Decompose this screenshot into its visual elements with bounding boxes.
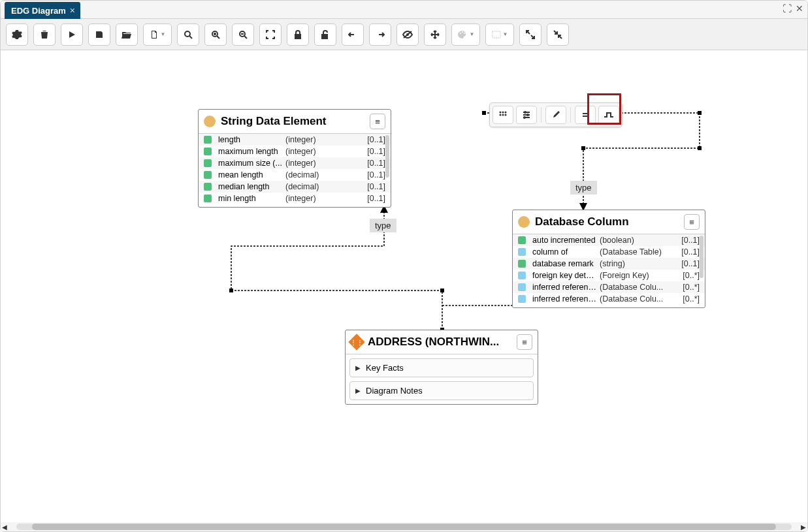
svg-rect-9	[698, 111, 702, 115]
entity-title: String Data Element	[221, 115, 327, 128]
edge-label-type-left[interactable]: type	[370, 219, 396, 232]
maximize-icon[interactable]: ⛶	[783, 3, 792, 14]
section-diagram-notes[interactable]: ▶Diagram Notes	[349, 381, 534, 400]
property-row[interactable]: maximum length(integer)[0..1]	[199, 146, 391, 157]
class-icon	[518, 216, 530, 228]
palette-button[interactable]: ▼	[451, 23, 480, 46]
svg-point-0	[185, 31, 190, 37]
diagram-window: EDG Diagram × ⛶ ✕ ▼ ▼ ▼	[0, 0, 808, 532]
svg-point-24	[523, 116, 526, 119]
property-row[interactable]: median length(decimal)[0..1]	[199, 181, 391, 193]
entity-menu-button[interactable]: ≡	[517, 334, 532, 350]
datatype-property-icon	[204, 171, 212, 179]
sliders-button[interactable]	[516, 106, 537, 124]
move-button[interactable]	[424, 23, 446, 46]
object-property-icon	[518, 283, 526, 291]
rows-scrollbar[interactable]	[385, 135, 389, 178]
object-property-icon	[518, 248, 526, 256]
property-row[interactable]: maximum size (...(integer)[0..1]	[199, 157, 391, 169]
class-icon	[204, 116, 216, 127]
canvas-viewport[interactable]: type type String Data Element ≡ length(i…	[1, 50, 807, 531]
entity-title: Database Column	[535, 215, 629, 228]
chevron-right-icon: ▶	[355, 364, 361, 371]
entity-rows: auto incremented(boolean)[0..1] column o…	[513, 234, 705, 307]
property-row[interactable]: min length(integer)[0..1]	[199, 193, 391, 204]
hide-button[interactable]	[396, 23, 419, 46]
instance-icon: ⋮⋮	[348, 334, 364, 350]
fit-button[interactable]	[259, 23, 282, 46]
export-button[interactable]: ▼	[143, 23, 172, 46]
svg-point-23	[526, 114, 529, 116]
zoom-in-button[interactable]	[204, 23, 227, 46]
object-property-icon	[518, 295, 526, 303]
entity-database-column[interactable]: Database Column ≡ auto incremented(boole…	[512, 210, 705, 308]
scroll-left-icon[interactable]: ◀	[1, 524, 8, 531]
property-row[interactable]: length(integer)[0..1]	[199, 134, 391, 146]
property-row[interactable]: inferred referenc...(Database Colu...[0.…	[513, 293, 705, 305]
svg-rect-12	[440, 289, 444, 292]
section-key-facts[interactable]: ▶Key Facts	[349, 358, 534, 377]
property-row[interactable]: auto incremented(boolean)[0..1]	[513, 234, 705, 246]
datatype-property-icon	[518, 260, 526, 268]
svg-point-17	[502, 112, 504, 114]
svg-point-5	[462, 31, 463, 33]
svg-point-16	[500, 112, 502, 114]
frame-button[interactable]: ▼	[485, 23, 514, 46]
svg-point-20	[502, 114, 504, 116]
grid-button[interactable]	[493, 106, 513, 124]
property-row[interactable]: column of(Database Table)[0..1]	[513, 246, 705, 258]
run-button[interactable]	[61, 23, 83, 46]
main-toolbar: ▼ ▼ ▼	[1, 19, 807, 50]
delete-button[interactable]	[33, 23, 56, 46]
entity-rows: length(integer)[0..1] maximum length(int…	[199, 134, 391, 207]
svg-point-22	[524, 111, 526, 114]
zoom-out-button[interactable]	[232, 23, 254, 46]
rows-scrollbar[interactable]	[700, 236, 703, 278]
horizontal-scrollbar[interactable]: ◀ ▶	[1, 522, 807, 531]
window-close-icon[interactable]: ✕	[796, 3, 803, 14]
edge-label-type-right[interactable]: type	[570, 181, 597, 195]
property-row[interactable]: mean length(decimal)[0..1]	[199, 169, 391, 181]
titlebar: EDG Diagram × ⛶ ✕	[1, 1, 807, 19]
entity-menu-button[interactable]: ≡	[370, 114, 385, 129]
brush-button[interactable]	[545, 106, 566, 124]
undo-button[interactable]	[342, 23, 364, 46]
svg-point-18	[505, 112, 507, 114]
expand-button[interactable]	[519, 23, 541, 46]
entity-title: ADDRESS (NORTHWIN...	[368, 336, 499, 349]
object-property-icon	[518, 272, 526, 279]
compress-button[interactable]	[547, 23, 569, 46]
property-row[interactable]: foreign key details(Foreign Key)[0..*]	[513, 270, 705, 281]
svg-rect-13	[229, 289, 233, 292]
datatype-property-icon	[518, 236, 526, 244]
unlock-button[interactable]	[314, 23, 336, 46]
datatype-property-icon	[204, 195, 212, 202]
close-icon[interactable]: ×	[70, 5, 75, 16]
entity-string-data-element[interactable]: String Data Element ≡ length(integer)[0.…	[198, 109, 391, 208]
entity-address[interactable]: ⋮⋮ ADDRESS (NORTHWIN... ≡ ▶Key Facts ▶Di…	[345, 330, 538, 405]
property-row[interactable]: inferred referenc...(Database Colu...[0.…	[513, 281, 705, 293]
scroll-thumb[interactable]	[32, 524, 777, 530]
tab-edg-diagram[interactable]: EDG Diagram ×	[5, 2, 80, 19]
datatype-property-icon	[204, 136, 212, 144]
svg-rect-11	[581, 146, 585, 150]
redo-button[interactable]	[369, 23, 391, 46]
datatype-property-icon	[204, 159, 212, 167]
open-button[interactable]	[116, 23, 138, 46]
svg-rect-8	[482, 111, 486, 115]
property-row[interactable]: database remark(string)[0..1]	[513, 258, 705, 270]
svg-point-4	[460, 33, 461, 34]
datatype-property-icon	[204, 148, 212, 155]
entity-sections: ▶Key Facts ▶Diagram Notes	[346, 358, 538, 400]
scroll-right-icon[interactable]: ▶	[800, 524, 807, 531]
entity-header: ⋮⋮ ADDRESS (NORTHWIN... ≡	[346, 330, 538, 354]
settings-button[interactable]	[6, 23, 28, 46]
chevron-right-icon: ▶	[355, 387, 361, 394]
zoom-reset-button[interactable]	[177, 23, 199, 46]
save-button[interactable]	[88, 23, 110, 46]
entity-menu-button[interactable]: ≡	[684, 214, 700, 230]
lock-button[interactable]	[287, 23, 309, 46]
svg-point-21	[505, 114, 507, 116]
svg-point-6	[464, 33, 465, 34]
svg-rect-7	[493, 31, 500, 38]
